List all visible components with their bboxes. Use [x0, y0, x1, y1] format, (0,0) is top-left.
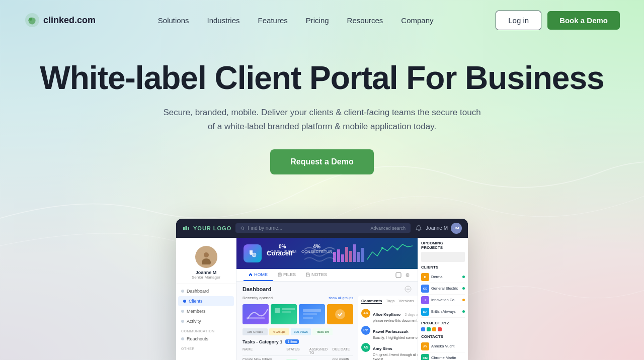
recent-item-2[interactable] — [271, 304, 297, 324]
svg-rect-25 — [396, 273, 401, 278]
project-color-2 — [427, 327, 431, 331]
sidebar-item-clients[interactable]: Clients — [178, 296, 234, 306]
sidebar-item-reachouts[interactable]: Reachouts — [176, 334, 236, 344]
search-placeholder: Find by name... — [248, 225, 282, 231]
tab-notes[interactable]: NOTES — [301, 269, 332, 281]
comment-1: AK Alice Kepliano 2 days ago please revi… — [361, 309, 418, 323]
tab-versions[interactable]: Versions — [398, 299, 414, 304]
svg-rect-36 — [303, 309, 321, 312]
sidebar-item-activity[interactable]: Activity — [176, 316, 236, 326]
login-button[interactable]: Log in — [496, 11, 541, 30]
client-avatar-3: I — [421, 296, 429, 304]
user-name: Joanne M — [426, 225, 448, 231]
svg-point-19 — [396, 248, 398, 250]
dashboard-content: Dashboard Recently opened — [236, 282, 418, 360]
contacts-title: CONTACTS — [421, 334, 465, 339]
client-tabs: HOME FILES — [236, 269, 418, 282]
recent-item-1[interactable] — [243, 304, 269, 324]
tab-home[interactable]: HOME — [244, 269, 273, 281]
sidebar-item-members[interactable]: Members — [176, 306, 236, 316]
tasks-title: Tasks - Category 1 — [243, 339, 282, 344]
nav-industries[interactable]: Industries — [207, 16, 240, 25]
thumbnail-mini-1: 106 Groups — [243, 328, 268, 335]
task-row-1[interactable]: Create New Fibres Controls open one mont… — [243, 356, 353, 360]
nav-label-members: Members — [187, 309, 206, 314]
svg-rect-15 — [349, 251, 352, 262]
svg-rect-17 — [357, 252, 360, 262]
client-avatar-2: GE — [421, 285, 429, 293]
comment-text-3: Oh, great. I went through all notes and … — [373, 352, 418, 360]
files-icon — [278, 273, 282, 277]
header-actions: Log in Book a Demo — [496, 11, 620, 30]
clients-panel-title: CLIENTS — [421, 265, 465, 269]
comments-panel: Comments Tags Versions AK Alice Kepliano… — [358, 296, 418, 360]
svg-point-5 — [241, 227, 244, 229]
svg-line-6 — [244, 229, 245, 230]
tasks-header: Tasks - Category 1 1 item — [243, 339, 353, 344]
sidebar-section-other: OTHER — [176, 344, 236, 351]
thumbnail-4 — [327, 304, 353, 324]
nav-dot — [181, 320, 184, 323]
recent-item-3[interactable] — [299, 304, 325, 324]
edit-icon[interactable] — [395, 272, 401, 278]
svg-point-31 — [409, 289, 410, 290]
svg-point-29 — [407, 289, 408, 290]
comment-content-3: Amy Sims Oh, great. I went through all n… — [373, 343, 418, 360]
dashboard-search[interactable]: Find by name... Advanced search — [235, 223, 411, 233]
commenter-avatar-1: AK — [361, 309, 370, 318]
recent-item-4[interactable] — [327, 304, 353, 324]
bell-icon — [415, 224, 423, 232]
stat-2: 4% CONSECTETUR — [301, 244, 332, 254]
dashboard-topbar: YOUR LOGO Find by name... Advanced searc… — [176, 219, 468, 238]
nav-solutions[interactable]: Solutions — [158, 16, 189, 25]
tab-comments[interactable]: Comments — [361, 299, 382, 304]
client-stats: 0% LOREM IPSUM 4% CONSECTETUR — [268, 244, 332, 254]
status-dot-1 — [462, 276, 465, 278]
user-avatar — [195, 246, 217, 268]
commenter-name-3: Amy Sims — [373, 346, 392, 351]
notes-icon — [306, 273, 310, 277]
book-demo-button[interactable]: Book a Demo — [547, 11, 620, 30]
nav-pricing[interactable]: Pricing — [306, 16, 329, 25]
commenter-name-1: Alice Kepliano — [373, 312, 400, 317]
svg-rect-14 — [345, 247, 348, 262]
dashboard-sidebar: Joanne M Senior Manager Dashboard Client… — [176, 238, 236, 360]
nav-dot — [181, 310, 184, 313]
svg-rect-3 — [186, 226, 187, 230]
client-item-4[interactable]: BA British Airways — [421, 306, 465, 318]
dashboard-main: Coracell — [236, 238, 418, 360]
comment-content-1: Alice Kepliano 2 days ago please review … — [373, 309, 418, 323]
project-xyz-title: PROJECT XYZ — [421, 321, 465, 325]
client-item-3[interactable]: I Innovation Co. — [421, 295, 465, 306]
more-options-icon[interactable] — [405, 286, 412, 293]
request-demo-button[interactable]: Request a Demo — [270, 149, 373, 174]
svg-rect-16 — [353, 244, 356, 262]
client-name-3: Innovation Co. — [431, 298, 455, 302]
stat-1: 0% LOREM IPSUM — [268, 244, 296, 254]
nav-resources[interactable]: Resources — [347, 16, 383, 25]
settings-icon[interactable] — [405, 272, 411, 278]
contact-item-2[interactable]: CM Chrome Martin — [421, 352, 465, 360]
hero-title: White-label Client Portal For Business — [24, 60, 620, 96]
status-dot-3 — [462, 299, 465, 301]
contact-item-1[interactable]: AV Anneka Vucht — [421, 341, 465, 352]
nav-features[interactable]: Features — [258, 16, 288, 25]
home-icon — [249, 273, 253, 277]
svg-point-10 — [252, 253, 256, 257]
search-icon — [240, 226, 245, 230]
tab-files[interactable]: FILES — [273, 269, 301, 281]
show-all-label[interactable]: show all groups — [329, 296, 353, 300]
comment-3: AS Amy Sims Oh, great. I went through al… — [361, 343, 418, 360]
thumbnail-mini-4: Tasks left — [312, 328, 333, 335]
sidebar-item-dashboard[interactable]: Dashboard — [176, 286, 236, 296]
comments-tabs: Comments Tags Versions — [361, 299, 418, 306]
main-nav: Solutions Industries Features Pricing Re… — [158, 16, 434, 25]
logo[interactable]: clinked.com — [24, 12, 96, 28]
contact-avatar-2: CM — [421, 354, 429, 360]
nav-company[interactable]: Company — [401, 16, 433, 25]
client-item-2[interactable]: GE General Electric — [421, 283, 465, 295]
svg-rect-33 — [247, 317, 265, 319]
client-avatar-1: D — [421, 273, 429, 281]
tab-tags[interactable]: Tags — [386, 299, 394, 304]
client-item-1[interactable]: D Derma — [421, 272, 465, 283]
